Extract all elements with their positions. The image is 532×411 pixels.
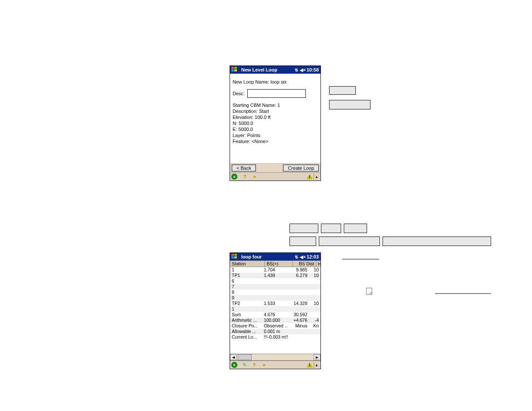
ghost-button-3[interactable] <box>289 224 318 233</box>
cell-hi: 10 <box>309 267 320 273</box>
cell-bs <box>262 290 288 295</box>
windows-flag-icon[interactable] <box>231 254 239 260</box>
clock: 10:58 <box>307 67 320 72</box>
connection-icon[interactable] <box>295 254 300 259</box>
cell-station: TP1 <box>230 273 262 278</box>
table-row[interactable]: Arithmetic ...100.000+4.676-4 <box>230 318 320 323</box>
table-row[interactable]: TP11.4396.27910 <box>230 273 320 278</box>
cell-bsdist: 6.279 <box>288 273 309 278</box>
content-area: New Loop Name: loop six Desc: Starting C… <box>230 74 320 163</box>
help-icon[interactable]: ? <box>243 174 246 179</box>
clock: 12:03 <box>307 254 320 259</box>
grid-header: Station BS(+) BS Dist HI <box>230 261 320 267</box>
cell-bs: !!!-0.003 m!!! <box>262 334 288 340</box>
table-row[interactable]: 1 <box>230 306 320 312</box>
col-station[interactable]: Station <box>230 261 265 267</box>
cell-bs <box>262 278 288 284</box>
sip-up-icon[interactable] <box>314 174 319 180</box>
connection-icon[interactable] <box>295 67 300 72</box>
cell-station: Arithmetic ... <box>230 318 262 323</box>
info-line5: E: 5000.0 <box>233 126 318 132</box>
windows-flag-icon[interactable] <box>231 67 239 73</box>
table-row[interactable]: TP21.53314.32810 <box>230 301 320 306</box>
col-hi[interactable]: HI <box>316 261 320 267</box>
cell-hi <box>309 295 320 301</box>
cell-hi <box>309 284 320 290</box>
scroll-right-icon[interactable]: ▶ <box>314 354 320 360</box>
col-bs[interactable]: BS(+) <box>265 261 293 267</box>
table-row[interactable]: 8 <box>230 290 320 295</box>
table-row[interactable]: Current Lo...!!!-0.003 m!!! <box>230 334 320 340</box>
titlebar: New Level Loop 10:58 <box>230 66 320 74</box>
cell-station: 9 <box>230 295 262 301</box>
cell-bsdist <box>288 334 309 340</box>
cell-hi <box>309 312 320 318</box>
close-icon[interactable]: × <box>231 174 237 180</box>
close-icon[interactable]: × <box>231 362 237 368</box>
window-title: loop four <box>240 254 262 259</box>
cell-bsdist: 9.985 <box>288 267 309 273</box>
titlebar: loop four 12:03 <box>230 253 320 261</box>
info-line3: Elevation: 100.0 ft <box>233 114 318 120</box>
scroll-left-icon[interactable]: ◀ <box>230 354 237 360</box>
window-title: New Level Loop <box>240 67 277 72</box>
pda-window-new-level-loop: New Level Loop 10:58 New Loop Name: loop… <box>230 65 321 181</box>
ghost-button-6[interactable] <box>289 237 316 246</box>
cell-bs: 1.704 <box>262 267 288 273</box>
cell-bsdist: Minus <box>288 323 309 329</box>
table-row[interactable]: 6 <box>230 278 320 284</box>
warning-icon[interactable] <box>307 362 313 367</box>
info-line4: N: 5000.0 <box>233 120 318 126</box>
ghost-button-4[interactable] <box>321 224 341 233</box>
ghost-button-1[interactable] <box>329 86 356 95</box>
button-row: < Back Create Loop <box>230 163 320 172</box>
warning-icon[interactable] <box>307 174 313 179</box>
cell-hi: -4 <box>309 318 320 323</box>
cell-station: 1 <box>230 267 262 273</box>
ghost-button-2[interactable] <box>329 100 370 109</box>
cell-bsdist <box>288 278 309 284</box>
desc-input[interactable] <box>247 89 306 98</box>
help-icon[interactable]: ? <box>253 362 256 367</box>
cell-hi <box>309 334 320 340</box>
cell-bsdist <box>288 295 309 301</box>
document-check-icon <box>366 288 372 295</box>
col-bsdist[interactable]: BS Dist <box>293 261 316 267</box>
bottom-toolbar: × ? ★ <box>230 172 320 181</box>
cell-station: Closure Po... <box>230 323 262 329</box>
ghost-button-7[interactable] <box>319 237 380 246</box>
table-row[interactable]: 11.7049.98510 <box>230 267 320 273</box>
table-row[interactable]: 9 <box>230 295 320 301</box>
bottom-toolbar: × ✎ ? ★ <box>230 361 320 369</box>
underline-1 <box>342 259 379 259</box>
grid-body: 11.7049.98510TP11.4396.279106789TP21.533… <box>230 267 320 340</box>
ghost-button-8[interactable] <box>383 237 491 246</box>
cell-station: 1 <box>230 306 262 312</box>
info-line2: Description: Start <box>233 108 318 114</box>
horizontal-scrollbar[interactable]: ◀ ▶ <box>230 354 320 361</box>
star-icon[interactable]: ★ <box>252 174 257 180</box>
table-row[interactable]: Allowable ...0.001 m <box>230 329 320 334</box>
cell-station: Sum <box>230 312 262 318</box>
cell-bsdist <box>288 306 309 312</box>
star-icon[interactable]: ★ <box>262 362 266 368</box>
back-button[interactable]: < Back <box>232 165 256 171</box>
table-row[interactable]: Closure Po...Observed ...MinusKn <box>230 323 320 329</box>
cell-station: Current Lo... <box>230 334 262 340</box>
sip-up-icon[interactable] <box>314 362 319 368</box>
cell-bsdist: +4.676 <box>288 318 309 323</box>
create-loop-button[interactable]: Create Loop <box>283 165 319 171</box>
cell-bs: 100.000 <box>262 318 288 323</box>
info-line1: Starting CBM Name: 1 <box>233 102 318 108</box>
table-row[interactable]: 7 <box>230 284 320 290</box>
cell-bsdist: 14.328 <box>288 301 309 306</box>
info-line6: Layer: Points <box>233 132 318 138</box>
table-row[interactable]: Sum4.67630.592 <box>230 312 320 318</box>
cell-station: 6 <box>230 278 262 284</box>
ghost-button-5[interactable] <box>344 224 367 233</box>
volume-mute-icon[interactable] <box>300 67 307 72</box>
volume-mute-icon[interactable] <box>300 254 307 259</box>
scroll-thumb[interactable] <box>238 354 252 360</box>
cell-hi <box>309 278 320 284</box>
edit-icon[interactable]: ✎ <box>243 362 247 368</box>
